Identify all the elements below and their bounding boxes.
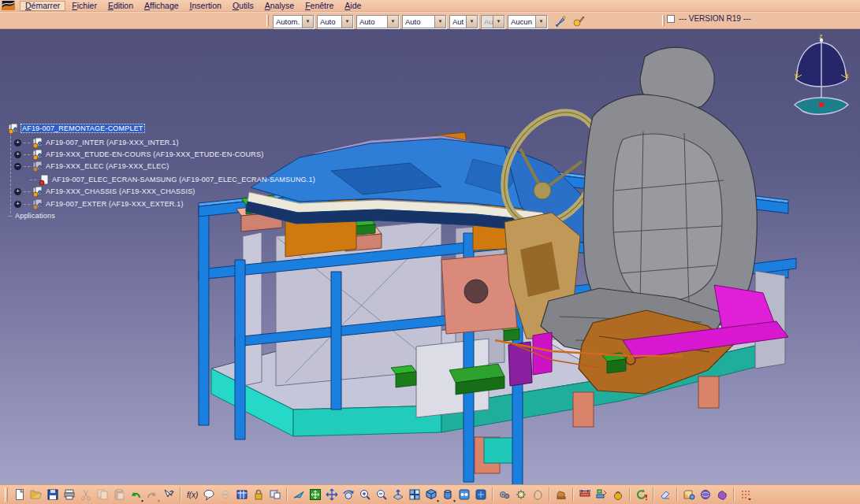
tree-node-elec[interactable]: − AF19-XXX_ELEC (AF19-XXX_ELEC) — [14, 161, 169, 172]
fit-all-icon[interactable] — [307, 487, 323, 502]
toolbar-grip[interactable] — [5, 487, 8, 502]
fly-mode-icon[interactable] — [291, 487, 307, 502]
lock-icon[interactable] — [251, 487, 266, 502]
cut-icon — [78, 487, 94, 502]
part-library-icon[interactable] — [714, 487, 730, 502]
specification-tree: AF19-007_REMONTAGE-COMPLET + AF19-007_IN… — [3, 29, 240, 234]
expand-plus-icon[interactable]: + — [14, 201, 21, 208]
point-symbol-dropdown[interactable]: Auto▼ — [356, 15, 399, 28]
menu-fenetre[interactable]: Fenêtre — [300, 1, 338, 11]
zoom-in-icon[interactable] — [357, 487, 373, 502]
menu-affichage[interactable]: Affichage — [140, 1, 184, 11]
tree-node-ecran-samsung[interactable]: AF19-007_ELEC_ECRAN-SAMSUNG (AF19-007_EL… — [30, 174, 315, 185]
chevron-down-icon[interactable]: ▼ — [387, 16, 398, 28]
swap-visible-space-icon[interactable] — [473, 487, 489, 502]
tree-node-label: AF19-007_INTER (AF19-XXX_INTER.1) — [46, 139, 179, 146]
rotate-icon[interactable] — [341, 487, 356, 502]
redo-icon: ▼ — [144, 487, 160, 502]
photo-studio-icon[interactable] — [698, 487, 713, 502]
tree-node-exter[interactable]: + AF19-007_EXTER (AF19-XXX_EXTER.1) — [14, 198, 184, 209]
part-icon — [39, 174, 50, 185]
tree-node-chassis[interactable]: + AF19-XXX_CHASSIS (AF19-XXX_CHASSIS) — [14, 186, 195, 197]
menu-analyse[interactable]: Analyse — [260, 1, 299, 11]
thickness-dropdown[interactable]: Auto▼ — [317, 15, 353, 28]
formula-fx-icon[interactable]: f(x) — [184, 487, 200, 502]
comment-icon[interactable] — [201, 487, 217, 502]
product-icon — [32, 186, 43, 197]
product-icon — [32, 137, 43, 148]
undo-icon[interactable]: ▼ — [128, 487, 143, 502]
update-icon[interactable] — [634, 487, 650, 502]
menu-outils[interactable]: Outils — [228, 1, 259, 11]
tree-node-root[interactable]: AF19-007_REMONTAGE-COMPLET — [8, 123, 144, 134]
color-dropdown[interactable]: Auto▼ — [402, 15, 446, 28]
save-icon[interactable] — [45, 487, 61, 502]
tree-node-applications[interactable]: Applications — [8, 212, 55, 220]
menu-insertion[interactable]: Insertion — [185, 1, 226, 11]
measure-between-icon[interactable] — [577, 487, 593, 502]
zoom-out-icon[interactable] — [374, 487, 389, 502]
chevron-down-icon[interactable]: ▼ — [434, 16, 445, 28]
whats-this-icon[interactable]: ? — [161, 487, 177, 502]
copy-icon — [95, 487, 110, 502]
manipulation-hand-icon[interactable] — [530, 487, 545, 502]
toolbar-grip[interactable] — [662, 15, 665, 26]
chevron-down-icon[interactable]: ▼ — [302, 16, 313, 28]
painter-icon[interactable] — [553, 13, 568, 29]
catalog-browser-icon[interactable] — [681, 487, 697, 502]
expand-plus-icon[interactable]: + — [14, 139, 21, 146]
version-checkbox[interactable] — [667, 15, 675, 23]
print-icon[interactable] — [61, 487, 77, 502]
tree-node-label: AF19-XXX_ELEC (AF19-XXX_ELEC) — [46, 162, 169, 170]
gears-icon[interactable] — [497, 487, 512, 502]
menu-aide[interactable]: Aide — [340, 1, 366, 11]
hide-show-icon[interactable] — [456, 487, 472, 502]
normal-view-icon[interactable] — [390, 487, 406, 502]
chevron-down-icon[interactable]: ▼ — [466, 16, 477, 28]
version-toolbar: --- VERSION R19 --- — [667, 14, 751, 23]
chevron-down-icon[interactable]: ▼ — [535, 16, 546, 28]
measure-item-icon[interactable] — [594, 487, 609, 502]
gear-assistant-icon[interactable] — [513, 487, 529, 502]
isometric-view-icon[interactable]: ▼ — [423, 487, 439, 502]
toolbar-separator — [572, 487, 574, 502]
toolbar-separator — [733, 487, 735, 502]
multi-view-icon[interactable] — [407, 487, 423, 502]
transparency-dropdown[interactable]: Aut▼ — [449, 15, 478, 28]
erase-icon[interactable] — [657, 487, 673, 502]
paste-icon — [111, 487, 127, 502]
tree-node-inter[interactable]: + AF19-007_INTER (AF19-XXX_INTER.1) — [14, 137, 179, 148]
viewport-3d[interactable]: AF19-007_REMONTAGE-COMPLET + AF19-007_IN… — [0, 29, 860, 484]
measure-inertia-icon[interactable] — [610, 487, 626, 502]
expand-plus-icon[interactable]: + — [14, 151, 21, 158]
pan-icon[interactable] — [324, 487, 340, 502]
rendering-dropdown[interactable]: Aucun▼ — [508, 15, 547, 28]
tree-node-etude[interactable]: + AF19-XXX_ETUDE-EN-COURS (AF19-XXX_ETUD… — [14, 149, 263, 160]
more-toolbars-icon[interactable] — [738, 487, 754, 502]
menu-demarrer[interactable]: Démarrer — [20, 1, 65, 11]
svg-text:?: ? — [169, 489, 174, 497]
collapse-minus-icon[interactable]: − — [14, 163, 21, 170]
toolbar-grip[interactable] — [266, 15, 269, 26]
design-table-icon[interactable] — [234, 487, 250, 502]
seat-catalog-icon[interactable] — [553, 487, 569, 502]
product-icon — [8, 123, 19, 134]
window-layout-icon[interactable] — [267, 487, 283, 502]
open-icon[interactable] — [28, 487, 44, 502]
standard-toolbar: ▼▼?f(x)▼▼ — [0, 484, 860, 504]
model-side-plate[interactable] — [441, 254, 517, 334]
svg-text:f(x): f(x) — [187, 491, 198, 499]
wizard-icon[interactable] — [571, 13, 586, 29]
compass[interactable]: z y x — [788, 32, 855, 125]
compass-origin-dot[interactable] — [819, 102, 824, 107]
menu-edition[interactable]: Edition — [103, 1, 138, 11]
tree-node-label: AF19-007_REMONTAGE-COMPLET — [21, 124, 144, 132]
chevron-down-icon[interactable]: ▼ — [341, 16, 352, 28]
tree-node-label: AF19-007_ELEC_ECRAN-SAMSUNG (AF19-007_EL… — [52, 176, 315, 183]
layer-dropdown: Aut▼ — [481, 15, 504, 28]
linetype-dropdown[interactable]: Autom.▼ — [273, 15, 314, 28]
expand-plus-icon[interactable]: + — [14, 188, 21, 195]
menu-fichier[interactable]: Fichier — [67, 1, 102, 11]
new-document-icon[interactable] — [12, 487, 28, 502]
render-style-icon[interactable]: ▼ — [440, 487, 456, 502]
